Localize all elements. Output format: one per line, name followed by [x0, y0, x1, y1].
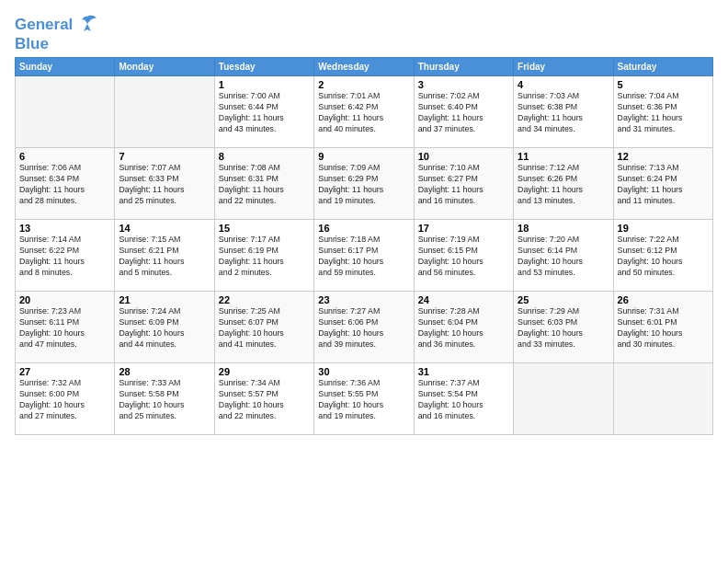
calendar-cell: 7Sunrise: 7:07 AMSunset: 6:33 PMDaylight… [115, 148, 214, 220]
calendar-cell: 4Sunrise: 7:03 AMSunset: 6:38 PMDaylight… [514, 76, 613, 148]
day-info: Sunrise: 7:08 AMSunset: 6:31 PMDaylight:… [219, 163, 310, 207]
calendar-cell: 10Sunrise: 7:10 AMSunset: 6:27 PMDayligh… [414, 148, 513, 220]
day-info: Sunrise: 7:00 AMSunset: 6:44 PMDaylight:… [219, 91, 310, 135]
day-info: Sunrise: 7:24 AMSunset: 6:09 PMDaylight:… [119, 306, 210, 350]
day-info: Sunrise: 7:37 AMSunset: 5:54 PMDaylight:… [418, 378, 509, 422]
weekday-header-saturday: Saturday [613, 58, 712, 76]
calendar-cell: 19Sunrise: 7:22 AMSunset: 6:12 PMDayligh… [613, 220, 712, 292]
day-info: Sunrise: 7:09 AMSunset: 6:29 PMDaylight:… [318, 163, 409, 207]
day-number: 29 [219, 366, 310, 377]
day-number: 12 [618, 151, 709, 162]
day-number: 13 [19, 223, 110, 234]
calendar-cell: 5Sunrise: 7:04 AMSunset: 6:36 PMDaylight… [613, 76, 712, 148]
day-info: Sunrise: 7:12 AMSunset: 6:26 PMDaylight:… [518, 163, 609, 207]
calendar-cell: 8Sunrise: 7:08 AMSunset: 6:31 PMDaylight… [214, 148, 313, 220]
day-number: 3 [418, 79, 509, 90]
calendar-cell: 14Sunrise: 7:15 AMSunset: 6:21 PMDayligh… [115, 220, 214, 292]
day-info: Sunrise: 7:15 AMSunset: 6:21 PMDaylight:… [119, 235, 210, 279]
weekday-header-tuesday: Tuesday [214, 58, 313, 76]
day-info: Sunrise: 7:29 AMSunset: 6:03 PMDaylight:… [518, 306, 609, 350]
calendar-week-row: 1Sunrise: 7:00 AMSunset: 6:44 PMDaylight… [16, 76, 713, 148]
calendar-cell: 6Sunrise: 7:06 AMSunset: 6:34 PMDaylight… [16, 148, 115, 220]
day-info: Sunrise: 7:23 AMSunset: 6:11 PMDaylight:… [19, 306, 110, 350]
day-number: 6 [19, 151, 110, 162]
day-info: Sunrise: 7:04 AMSunset: 6:36 PMDaylight:… [618, 91, 709, 135]
day-info: Sunrise: 7:31 AMSunset: 6:01 PMDaylight:… [618, 306, 709, 350]
calendar-cell: 22Sunrise: 7:25 AMSunset: 6:07 PMDayligh… [214, 292, 313, 363]
day-number: 15 [219, 223, 310, 234]
calendar-cell: 31Sunrise: 7:37 AMSunset: 5:54 PMDayligh… [414, 363, 513, 435]
day-number: 11 [518, 151, 609, 162]
weekday-header-monday: Monday [115, 58, 214, 76]
calendar-cell [514, 363, 613, 435]
calendar-cell: 29Sunrise: 7:34 AMSunset: 5:57 PMDayligh… [214, 363, 313, 435]
day-info: Sunrise: 7:19 AMSunset: 6:15 PMDaylight:… [418, 235, 509, 279]
calendar-cell: 21Sunrise: 7:24 AMSunset: 6:09 PMDayligh… [115, 292, 214, 363]
day-number: 17 [418, 223, 509, 234]
calendar-cell: 27Sunrise: 7:32 AMSunset: 6:00 PMDayligh… [16, 363, 115, 435]
calendar-cell: 12Sunrise: 7:13 AMSunset: 6:24 PMDayligh… [613, 148, 712, 220]
day-number: 1 [219, 79, 310, 90]
calendar-cell: 20Sunrise: 7:23 AMSunset: 6:11 PMDayligh… [16, 292, 115, 363]
calendar-cell: 13Sunrise: 7:14 AMSunset: 6:22 PMDayligh… [16, 220, 115, 292]
page-container: General Blue SundayMondayTuesdayWednesda… [0, 0, 728, 442]
day-number: 7 [119, 151, 210, 162]
day-info: Sunrise: 7:07 AMSunset: 6:33 PMDaylight:… [119, 163, 210, 207]
day-number: 21 [119, 294, 210, 305]
logo: General Blue [15, 11, 100, 53]
day-info: Sunrise: 7:22 AMSunset: 6:12 PMDaylight:… [618, 235, 709, 279]
day-number: 24 [418, 294, 509, 305]
calendar-cell: 11Sunrise: 7:12 AMSunset: 6:26 PMDayligh… [514, 148, 613, 220]
calendar-week-row: 6Sunrise: 7:06 AMSunset: 6:34 PMDaylight… [16, 148, 713, 220]
header: General Blue [15, 11, 713, 53]
day-info: Sunrise: 7:34 AMSunset: 5:57 PMDaylight:… [219, 378, 310, 422]
day-info: Sunrise: 7:33 AMSunset: 5:58 PMDaylight:… [119, 378, 210, 422]
calendar-cell: 28Sunrise: 7:33 AMSunset: 5:58 PMDayligh… [115, 363, 214, 435]
day-number: 2 [318, 79, 409, 90]
day-number: 18 [518, 223, 609, 234]
calendar-cell: 9Sunrise: 7:09 AMSunset: 6:29 PMDaylight… [314, 148, 414, 220]
calendar-cell: 24Sunrise: 7:28 AMSunset: 6:04 PMDayligh… [414, 292, 513, 363]
day-info: Sunrise: 7:27 AMSunset: 6:06 PMDaylight:… [318, 306, 409, 350]
weekday-header-thursday: Thursday [414, 58, 513, 76]
day-number: 4 [518, 79, 609, 90]
calendar-cell: 18Sunrise: 7:20 AMSunset: 6:14 PMDayligh… [514, 220, 613, 292]
calendar-cell: 26Sunrise: 7:31 AMSunset: 6:01 PMDayligh… [613, 292, 712, 363]
day-info: Sunrise: 7:01 AMSunset: 6:42 PMDaylight:… [318, 91, 409, 135]
day-number: 28 [119, 366, 210, 377]
day-info: Sunrise: 7:02 AMSunset: 6:40 PMDaylight:… [418, 91, 509, 135]
day-info: Sunrise: 7:20 AMSunset: 6:14 PMDaylight:… [518, 235, 609, 279]
day-number: 22 [219, 294, 310, 305]
calendar-cell: 25Sunrise: 7:29 AMSunset: 6:03 PMDayligh… [514, 292, 613, 363]
day-info: Sunrise: 7:03 AMSunset: 6:38 PMDaylight:… [518, 91, 609, 135]
day-info: Sunrise: 7:13 AMSunset: 6:24 PMDaylight:… [618, 163, 709, 207]
day-info: Sunrise: 7:36 AMSunset: 5:55 PMDaylight:… [318, 378, 409, 422]
calendar-table: SundayMondayTuesdayWednesdayThursdayFrid… [15, 57, 713, 435]
calendar-cell: 30Sunrise: 7:36 AMSunset: 5:55 PMDayligh… [314, 363, 414, 435]
day-number: 31 [418, 366, 509, 377]
calendar-cell: 3Sunrise: 7:02 AMSunset: 6:40 PMDaylight… [414, 76, 513, 148]
day-number: 27 [19, 366, 110, 377]
day-info: Sunrise: 7:10 AMSunset: 6:27 PMDaylight:… [418, 163, 509, 207]
day-number: 14 [119, 223, 210, 234]
day-number: 8 [219, 151, 310, 162]
day-info: Sunrise: 7:06 AMSunset: 6:34 PMDaylight:… [19, 163, 110, 207]
day-info: Sunrise: 7:14 AMSunset: 6:22 PMDaylight:… [19, 235, 110, 279]
calendar-cell: 23Sunrise: 7:27 AMSunset: 6:06 PMDayligh… [314, 292, 414, 363]
weekday-header-sunday: Sunday [16, 58, 115, 76]
calendar-cell: 16Sunrise: 7:18 AMSunset: 6:17 PMDayligh… [314, 220, 414, 292]
day-number: 16 [318, 223, 409, 234]
calendar-cell [115, 76, 214, 148]
calendar-cell: 15Sunrise: 7:17 AMSunset: 6:19 PMDayligh… [214, 220, 313, 292]
day-number: 19 [618, 223, 709, 234]
day-number: 9 [318, 151, 409, 162]
day-info: Sunrise: 7:32 AMSunset: 6:00 PMDaylight:… [19, 378, 110, 422]
day-info: Sunrise: 7:18 AMSunset: 6:17 PMDaylight:… [318, 235, 409, 279]
day-info: Sunrise: 7:17 AMSunset: 6:19 PMDaylight:… [219, 235, 310, 279]
logo-bird-icon [74, 11, 100, 37]
calendar-cell: 2Sunrise: 7:01 AMSunset: 6:42 PMDaylight… [314, 76, 414, 148]
calendar-week-row: 13Sunrise: 7:14 AMSunset: 6:22 PMDayligh… [16, 220, 713, 292]
day-number: 20 [19, 294, 110, 305]
calendar-week-row: 27Sunrise: 7:32 AMSunset: 6:00 PMDayligh… [16, 363, 713, 435]
calendar-cell: 17Sunrise: 7:19 AMSunset: 6:15 PMDayligh… [414, 220, 513, 292]
